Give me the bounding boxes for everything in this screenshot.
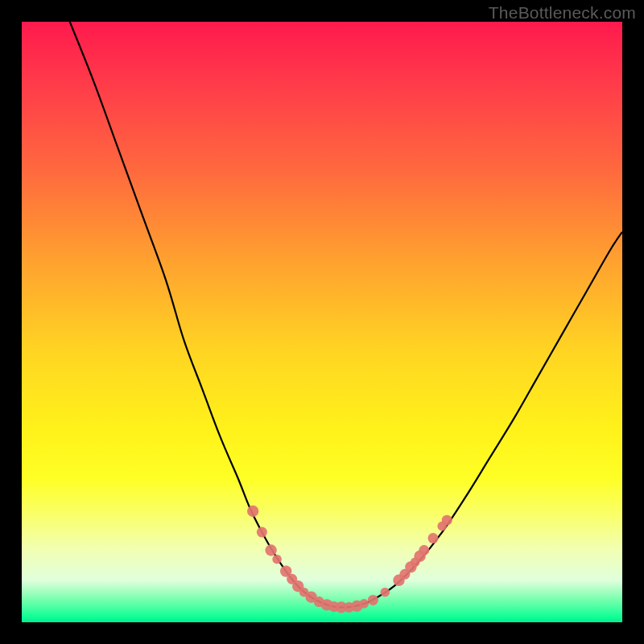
- chart-plot-area: [22, 22, 622, 622]
- curve-markers: [247, 506, 452, 613]
- curve-marker: [428, 533, 439, 543]
- curve-marker: [257, 527, 267, 538]
- curve-marker: [419, 545, 429, 555]
- curve-marker: [359, 599, 369, 609]
- bottleneck-curve-svg: [22, 22, 622, 622]
- bottleneck-curve-path: [70, 22, 622, 607]
- curve-marker: [272, 555, 282, 564]
- curve-marker: [247, 506, 258, 517]
- curve-marker: [381, 588, 390, 597]
- watermark-text: TheBottleneck.com: [489, 3, 636, 23]
- curve-marker: [265, 544, 276, 555]
- curve-marker: [368, 595, 378, 605]
- curve-marker: [442, 515, 452, 526]
